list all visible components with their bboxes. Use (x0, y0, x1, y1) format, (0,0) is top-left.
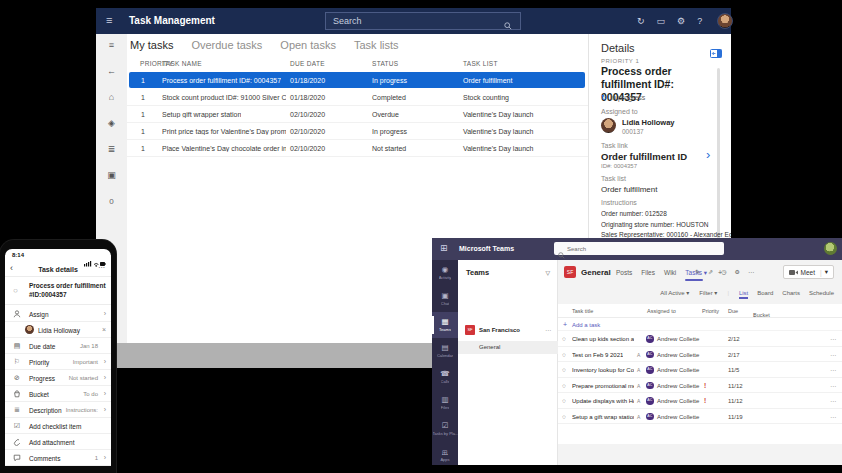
expand-icon[interactable]: ⇗ (708, 268, 713, 275)
planner-task-row[interactable]: ○ Test on Feb 9 2021 A AC Andrew Collett… (558, 347, 842, 363)
phone-detail-row[interactable]: Bucket To do › (5, 386, 111, 402)
view-board[interactable]: Board (757, 290, 773, 296)
tab-task-lists[interactable]: Task lists (354, 39, 399, 51)
channel-tab-wiki[interactable]: Wiki (664, 269, 676, 277)
search-icon[interactable] (504, 16, 512, 34)
col-status[interactable]: STATUS (372, 60, 398, 67)
home-icon[interactable]: ⌂ (109, 93, 114, 102)
chevron-icon[interactable]: › (104, 358, 106, 365)
view-list[interactable]: List (739, 290, 748, 296)
row-more-icon[interactable]: ⋯ (830, 382, 836, 389)
phone-detail-row[interactable]: ⊘ Progress Not started › (5, 370, 111, 386)
complete-circle-icon[interactable]: ○ (13, 286, 18, 295)
channel-tab-posts[interactable]: Posts (616, 269, 632, 277)
planner-task-row[interactable]: ○ Inventory lookup for Cowboy boots ... … (558, 362, 842, 378)
refresh-icon[interactable]: ↻ (637, 16, 645, 26)
modules-icon[interactable]: ◈ (108, 119, 115, 128)
filter-dropdown[interactable]: Filter ▾ (699, 289, 717, 296)
planner-task-row[interactable]: ○ Update displays with Holiday poster...… (558, 393, 842, 409)
row-more-icon[interactable]: ⋯ (830, 413, 836, 420)
team-more-icon[interactable]: ⋯ (545, 326, 551, 333)
clock-icon[interactable]: ◷ (721, 268, 726, 275)
task-row[interactable]: 1 Setup gift wrapper station 02/10/2020 … (127, 106, 588, 123)
col-due[interactable]: Due (728, 308, 738, 314)
phone-detail-row[interactable]: Lidia Holloway × (5, 322, 111, 338)
phone-detail-row[interactable]: ⚐ Priority Important › (5, 354, 111, 370)
rail-item-activity[interactable]: ◉ Activity (432, 260, 458, 286)
rail-item-files[interactable]: ▥ Files (432, 390, 458, 416)
teams-user-avatar[interactable] (824, 242, 837, 255)
teams-search-input[interactable] (554, 242, 724, 255)
chevron-icon[interactable]: › (104, 390, 106, 397)
planner-task-row[interactable]: ○ Clean up kids section aisle 14 and res… (558, 331, 842, 347)
task-row[interactable]: 1 Stock count product ID#: 91000 Silver … (127, 89, 588, 106)
rail-item-chat[interactable]: ▣ Chat (432, 286, 458, 312)
rail-item-tasks-by-pla-[interactable]: ☑ Tasks by Pla... (432, 416, 458, 442)
menu-icon[interactable]: ≡ (109, 41, 114, 50)
phone-task-row[interactable]: ○ Process order fulfillment #ID:0004357 (5, 278, 111, 305)
row-more-icon[interactable]: ⋯ (830, 366, 836, 373)
col-assigned-to[interactable]: Assigned to (647, 308, 676, 314)
phone-detail-row[interactable]: ☑ Add checklist item (5, 418, 111, 434)
row-more-icon[interactable]: ⋯ (830, 397, 836, 404)
meet-dropdown-icon[interactable]: ▾ (825, 268, 828, 276)
tab-overdue-tasks[interactable]: Overdue tasks (191, 39, 262, 51)
filter-icon[interactable]: ▽ (545, 269, 550, 276)
phone-detail-row[interactable]: Add attachment (5, 434, 111, 450)
phone-detail-row[interactable]: ▤ Due date Jan 18 (5, 338, 111, 354)
rail-item-teams[interactable]: ▦ Teams (432, 312, 458, 338)
complete-circle-icon[interactable]: ○ (562, 366, 566, 373)
task-row[interactable]: 1 Process order fulfillment ID#: 0004357… (127, 72, 588, 89)
col-priority[interactable]: Priority (702, 308, 719, 314)
collapse-panel-icon[interactable] (710, 44, 722, 62)
view-schedule[interactable]: Schedule (809, 290, 834, 296)
phone-detail-row[interactable]: ≣ Description Instructions: › (5, 402, 111, 418)
settings-icon[interactable]: ⚙ (677, 16, 685, 26)
phone-detail-row[interactable]: Assign › (5, 306, 111, 322)
tab-open-tasks[interactable]: Open tasks (280, 39, 336, 51)
channel-item-general[interactable]: General (458, 341, 558, 354)
more-options-icon[interactable]: ⋯ (98, 264, 105, 272)
add-task-row[interactable]: + Add a task (558, 318, 842, 331)
back-icon[interactable]: ← (107, 67, 116, 76)
box-icon[interactable]: ▣ (107, 171, 116, 180)
col-task-title[interactable]: Task title (572, 308, 593, 314)
col-due-date[interactable]: DUE DATE (290, 60, 325, 67)
complete-circle-icon[interactable]: ○ (562, 335, 566, 342)
phone-detail-row[interactable]: Comments 1 › (5, 450, 111, 466)
task-row[interactable]: 1 Place Valentine's Day chocolate order … (127, 140, 588, 157)
open-link-chevron-icon[interactable]: › (706, 147, 710, 162)
planner-task-row[interactable]: ○ Setup a gift wrap station A AC Andrew … (558, 409, 842, 425)
user-avatar[interactable] (717, 13, 733, 29)
search-input[interactable] (325, 12, 521, 30)
complete-circle-icon[interactable]: ○ (562, 413, 566, 420)
chevron-icon[interactable]: › (104, 310, 106, 317)
chevron-icon[interactable]: › (104, 454, 106, 461)
chevron-icon[interactable]: › (104, 406, 106, 413)
planner-task-row[interactable]: ○ Prepare promotional merchandise fo... … (558, 378, 842, 394)
more-icon[interactable]: ⋯ (748, 268, 754, 275)
task-link-title[interactable]: Order fulfillment ID (601, 151, 687, 162)
all-active-dropdown[interactable]: All Active ▾ (660, 289, 689, 296)
col-task-name[interactable]: TASK NAME (162, 60, 202, 67)
task-row[interactable]: 1 Print price tags for Valentine's Day p… (127, 123, 588, 140)
chevron-icon[interactable]: › (104, 374, 106, 381)
team-item[interactable]: SF San Francisco ⋯ (458, 324, 558, 338)
view-charts[interactable]: Charts (782, 290, 800, 296)
rail-item-calls[interactable]: ☎ Calls (432, 364, 458, 390)
assignee-name[interactable]: Lidia Holloway (622, 118, 675, 127)
row-more-icon[interactable]: ⋯ (830, 351, 836, 358)
close-icon[interactable]: × (102, 326, 106, 333)
rail-item-calendar[interactable]: ▤ Calendar (432, 338, 458, 364)
compose-icon[interactable]: ✎ (695, 268, 700, 275)
channel-tab-files[interactable]: Files (641, 269, 655, 277)
window-icon[interactable]: ▭ (657, 16, 666, 26)
hamburger-menu-icon[interactable]: ≡ (106, 14, 112, 26)
waffle-icon[interactable]: ⊞ (440, 244, 448, 253)
complete-circle-icon[interactable]: ○ (562, 397, 566, 404)
list-icon[interactable]: ≣ (108, 145, 116, 154)
col-task-list[interactable]: TASK LIST (463, 60, 498, 67)
row-more-icon[interactable]: ⋯ (830, 335, 836, 342)
tab-my-tasks[interactable]: My tasks (130, 39, 173, 51)
rail-item-apps[interactable]: ⊞Apps (432, 449, 458, 462)
